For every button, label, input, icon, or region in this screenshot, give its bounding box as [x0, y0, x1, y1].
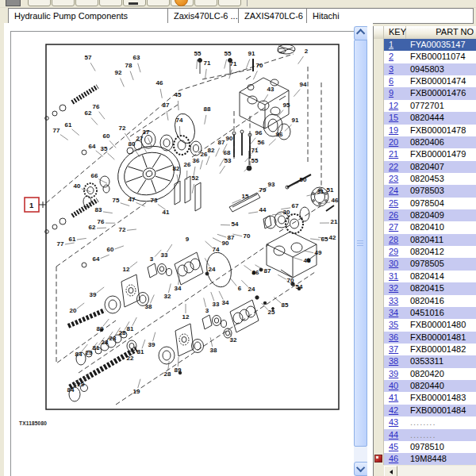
svg-text:52: 52 [192, 175, 199, 182]
toolbar-button-4[interactable] [99, 0, 122, 6]
icon-column-header[interactable] [374, 26, 384, 39]
part-key-link[interactable]: 26 [384, 209, 406, 221]
toolbar-button-1[interactable] [28, 0, 51, 6]
table-row[interactable]: 250978504 [374, 198, 476, 209]
part-key-link[interactable]: 12 [384, 100, 406, 112]
horizontal-scrollbar-track[interactable] [396, 466, 476, 476]
table-row[interactable]: 200820406 [374, 136, 476, 148]
scroll-left-button[interactable] [384, 466, 397, 476]
part-key-link[interactable]: 41 [384, 392, 406, 404]
part-key-link[interactable]: 2 [384, 51, 406, 63]
table-row[interactable]: 300978505 [374, 258, 476, 270]
table-row[interactable]: 2FXB00011074 [374, 51, 476, 63]
table-row[interactable]: 310820414 [374, 271, 476, 282]
part-key-link[interactable]: 34 [384, 307, 406, 319]
table-row[interactable]: 120772701 [374, 100, 476, 112]
svg-text:19: 19 [133, 388, 140, 395]
diagram-vertical-scrollbar[interactable] [354, 26, 367, 476]
part-key-link[interactable]: 32 [384, 282, 406, 294]
table-row[interactable]: 19FXB00001478 [374, 125, 476, 136]
table-row[interactable]: 36FXB00001481 [374, 332, 476, 344]
table-row[interactable]: 450978510 [374, 441, 476, 453]
table-row[interactable]: 340451016 [374, 307, 476, 319]
svg-text:6: 6 [238, 285, 242, 292]
toolbar-icon[interactable] [6, 0, 21, 6]
part-key-link[interactable]: 39 [384, 368, 406, 380]
partno-column-header[interactable]: PART NO [406, 26, 476, 39]
part-key-link[interactable]: 3 [384, 63, 406, 75]
part-key-link[interactable]: 25 [384, 198, 406, 209]
svg-text:77: 77 [53, 127, 60, 134]
table-row[interactable]: 320820415 [374, 282, 476, 294]
table-row[interactable]: 290820412 [374, 246, 476, 258]
table-row[interactable]: 44........ [374, 429, 476, 441]
svg-text:33: 33 [213, 301, 220, 308]
toolbar-button-6[interactable] [147, 0, 170, 6]
table-row[interactable]: 4619M8448 [374, 453, 476, 465]
part-key-link[interactable]: 15 [384, 112, 406, 124]
photo-indicator-icon [374, 455, 382, 463]
toolbar-button-2[interactable] [52, 0, 75, 6]
part-key-link[interactable]: 46 [384, 453, 406, 465]
table-row[interactable]: 30945803 [374, 63, 476, 75]
table-row[interactable]: 35FXB00001480 [374, 319, 476, 331]
table-row[interactable]: 1FYA00035147 [374, 39, 476, 51]
table-row[interactable]: 240978503 [374, 185, 476, 197]
part-key-link[interactable]: 23 [384, 173, 406, 185]
table-row[interactable]: 43........ [374, 416, 476, 428]
scrollbar-thumb[interactable] [354, 40, 367, 447]
part-key-link[interactable]: 35 [384, 319, 406, 331]
table-row[interactable]: 400820440 [374, 380, 476, 392]
table-row[interactable]: 270820410 [374, 221, 476, 233]
svg-text:29: 29 [78, 381, 85, 388]
part-key-link[interactable]: 19 [384, 125, 406, 136]
table-row[interactable]: 21FXB00001479 [374, 148, 476, 160]
table-row[interactable]: 380353311 [374, 355, 476, 367]
part-key-link[interactable]: 44 [384, 429, 406, 441]
table-row[interactable]: 260820409 [374, 209, 476, 221]
table-row[interactable]: 330820416 [374, 295, 476, 307]
part-number-cell: 0820453 [406, 173, 476, 185]
toolbar-button-9[interactable] [218, 0, 241, 6]
svg-text:82: 82 [173, 165, 180, 172]
table-row[interactable]: 42FXB00001484 [374, 405, 476, 416]
part-key-link[interactable]: 27 [384, 221, 406, 233]
key-column-header[interactable]: KEY [384, 26, 406, 39]
part-key-link[interactable]: 28 [384, 234, 406, 246]
part-key-link[interactable]: 20 [384, 136, 406, 148]
part-key-link[interactable]: 29 [384, 246, 406, 258]
part-key-link[interactable]: 9 [384, 87, 406, 99]
toolbar-button-8[interactable] [194, 0, 217, 6]
part-key-link[interactable]: 30 [384, 258, 406, 270]
table-row[interactable]: 280820411 [374, 234, 476, 246]
table-row[interactable]: 41FXB00001483 [374, 392, 476, 404]
part-key-link[interactable]: 22 [384, 161, 406, 173]
table-row[interactable]: 150820444 [374, 112, 476, 124]
part-key-link[interactable]: 31 [384, 271, 406, 282]
part-key-link[interactable]: 40 [384, 380, 406, 392]
part-key-link[interactable]: 24 [384, 185, 406, 197]
part-key-link[interactable]: 6 [384, 75, 406, 87]
table-row[interactable]: 230820453 [374, 173, 476, 185]
row-icon-cell [374, 148, 384, 160]
table-row[interactable]: 37FXB00001482 [374, 344, 476, 355]
exploded-diagram: 1 TX1185080 [11, 32, 355, 476]
part-key-link[interactable]: 33 [384, 295, 406, 307]
part-key-link[interactable]: 38 [384, 355, 406, 367]
table-row[interactable]: 390820420 [374, 368, 476, 380]
table-row[interactable]: 9FXB00001476 [374, 87, 476, 99]
toolbar-button-3[interactable] [75, 0, 98, 6]
svg-text:40: 40 [74, 182, 81, 190]
table-row[interactable]: 6FXB00001474 [374, 75, 476, 87]
part-key-link[interactable]: 43 [384, 416, 406, 428]
pane-splitter[interactable] [367, 23, 373, 476]
part-key-link[interactable]: 36 [384, 332, 406, 344]
parts-rows: 1FYA000351472FXB00011074309458036FXB0000… [374, 39, 476, 465]
header-bar: Hydraulic Pump Components Zaxis470LC-6 .… [8, 8, 474, 24]
part-key-link[interactable]: 37 [384, 344, 406, 355]
table-row[interactable]: 220820407 [374, 161, 476, 173]
part-key-link[interactable]: 45 [384, 441, 406, 453]
part-key-link[interactable]: 21 [384, 148, 406, 160]
part-key-link[interactable]: 42 [384, 405, 406, 416]
part-key-link[interactable]: 1 [384, 39, 406, 51]
